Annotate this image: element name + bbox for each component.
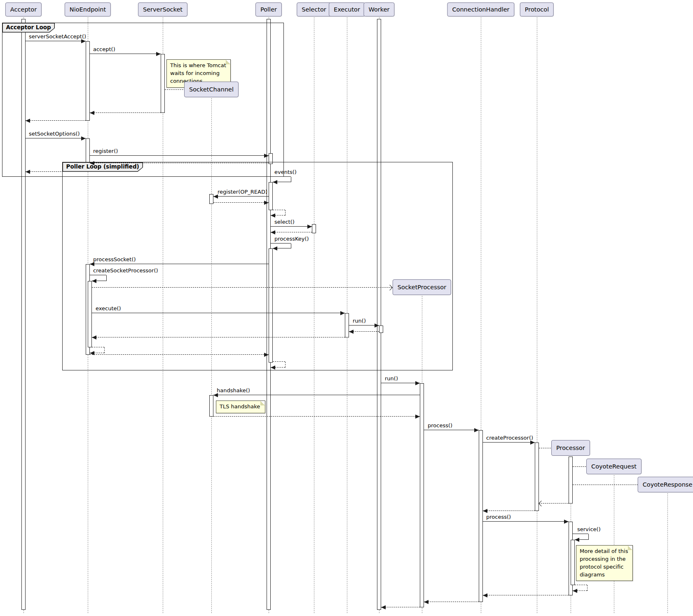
participant-acceptor: Acceptor	[5, 2, 42, 16]
arrowhead	[90, 262, 94, 266]
activation-bar	[88, 281, 92, 347]
participant-serversocket: ServerSocket	[138, 2, 187, 16]
participant-processor: Processor	[551, 440, 590, 456]
arrowhead	[92, 335, 96, 340]
arrowhead	[564, 520, 569, 524]
note-line: diagrams	[580, 571, 629, 579]
arrowhead	[271, 230, 275, 234]
message-label: execute()	[96, 305, 121, 312]
message-label: register()	[93, 148, 118, 154]
message-line	[213, 202, 269, 203]
message-label: processKey()	[274, 236, 309, 242]
arrowhead	[90, 351, 94, 355]
arrowhead	[271, 365, 275, 370]
participant-worker: Worker	[363, 2, 394, 16]
arrowhead	[415, 415, 420, 419]
message-line	[424, 430, 479, 430]
message-line	[90, 54, 161, 54]
message-label: serverSocketAccept()	[29, 33, 86, 40]
message-line	[213, 416, 420, 417]
activation-bar	[345, 313, 349, 337]
message-line	[92, 313, 345, 313]
message-line	[483, 521, 569, 522]
activation-bar	[571, 540, 575, 585]
participant-selector: Selector	[297, 2, 331, 16]
participant-coyoteresponse: CoyoteResponse	[638, 477, 693, 492]
arrowhead	[340, 311, 345, 315]
arrowhead	[90, 111, 94, 115]
message-label: setSocketOptions()	[29, 131, 80, 137]
activation-bar	[269, 248, 273, 363]
lifeline-coyoterequest	[614, 475, 614, 613]
message-line	[424, 602, 479, 602]
arrowhead	[264, 353, 269, 357]
self-message-top	[271, 243, 291, 244]
message-label: createProcessor()	[486, 435, 533, 441]
arrowhead	[156, 52, 161, 56]
arrowhead	[26, 119, 30, 123]
message-line	[90, 112, 161, 113]
activation-bar	[21, 19, 26, 610]
message-line	[92, 287, 392, 288]
arrowhead	[273, 246, 277, 251]
frame-label-text: Acceptor Loop	[3, 23, 54, 32]
message-label: handshake()	[217, 387, 250, 393]
lifeline-coyoteresponse	[667, 493, 668, 613]
activation-bar	[209, 395, 213, 417]
activation-bar	[161, 54, 165, 113]
frame-label-text: Poller Loop (simplified)	[63, 163, 143, 171]
arrowhead	[424, 600, 428, 604]
activation-bar	[86, 41, 90, 121]
self-message-side	[587, 585, 588, 591]
self-message-side	[285, 362, 286, 368]
message-label: process()	[486, 514, 511, 520]
message-line	[26, 138, 86, 138]
arrowhead	[573, 589, 577, 593]
message-label: processSocket()	[93, 256, 136, 262]
self-message-top	[92, 347, 104, 347]
message-label: process()	[428, 422, 452, 429]
arrowhead	[483, 593, 487, 597]
note: More detail of thisprocessing in theprot…	[576, 545, 633, 581]
arrowhead-open	[538, 501, 544, 506]
note-line: This is where Tomcat	[170, 62, 227, 70]
note-fold-corner-icon	[628, 546, 632, 550]
frame-label: Acceptor Loop	[2, 23, 55, 33]
message-label: service()	[577, 526, 601, 532]
self-message-side	[291, 244, 291, 248]
message-line	[90, 264, 269, 264]
note-line: waits for incoming	[170, 70, 227, 77]
message-label: events()	[274, 169, 297, 175]
lifeline-protocol	[537, 17, 537, 613]
note: TLS handshake	[216, 401, 265, 413]
arrowhead	[26, 170, 30, 174]
participant-socketprocessor: SocketProcessor	[393, 279, 451, 295]
self-message-side	[588, 534, 589, 540]
arrowhead	[307, 225, 312, 229]
note-line: processing in the	[580, 555, 629, 563]
message-line	[26, 171, 86, 172]
message-line	[213, 395, 420, 395]
note-fold-corner-icon	[226, 60, 230, 64]
participant-executor: Executor	[329, 2, 365, 16]
message-line	[381, 383, 420, 383]
note-line: TLS handshake	[220, 403, 262, 411]
note-line: protocol specific	[580, 563, 629, 571]
self-message-side	[106, 275, 107, 281]
message-line	[483, 511, 535, 511]
self-message-top	[273, 210, 285, 210]
arrowhead	[530, 440, 535, 445]
arrowhead	[81, 39, 86, 43]
arrowhead	[415, 381, 420, 385]
arrowhead	[483, 509, 487, 513]
message-label: register(OP_READ)	[218, 189, 267, 195]
arrowhead	[474, 428, 479, 432]
message-line	[213, 196, 269, 197]
activation-bar	[269, 182, 273, 210]
message-line	[381, 607, 420, 607]
message-line	[271, 232, 312, 232]
activation-bar	[569, 457, 573, 504]
message-line	[90, 163, 269, 163]
message-line	[90, 155, 269, 156]
activation-bar	[420, 383, 424, 607]
